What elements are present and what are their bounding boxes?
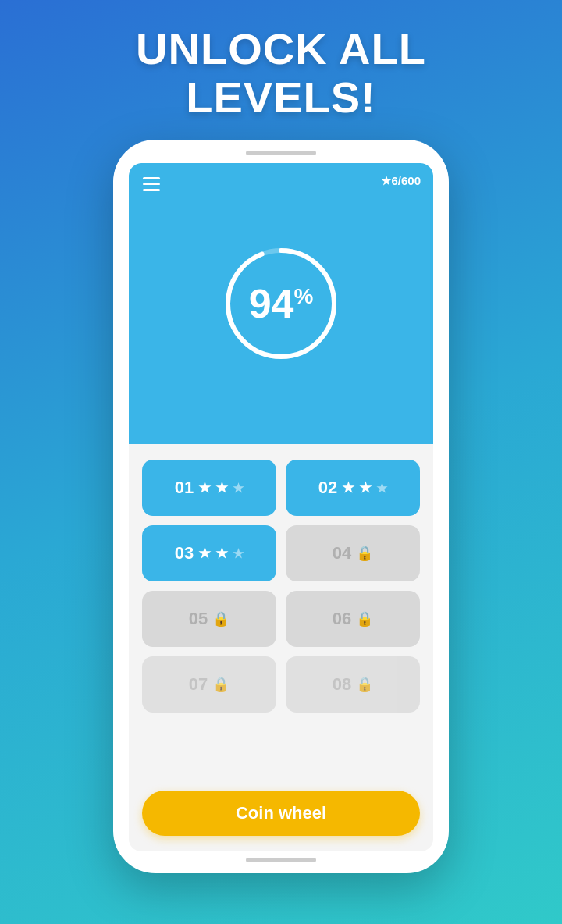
game-header: ★6/600 94% <box>129 163 433 444</box>
levels-row-1: 01 ★ ★ ★ 02 ★ ★ ★ <box>141 460 421 516</box>
menu-button[interactable] <box>143 177 160 191</box>
app-screen: ★6/600 94% 01 ★ <box>129 163 433 851</box>
level-num-08: 08 <box>333 674 351 695</box>
level-button-05[interactable]: 05 🔒 <box>142 591 276 647</box>
levels-row-3: 05 🔒 06 🔒 <box>141 591 421 647</box>
progress-value: 94 <box>249 281 294 326</box>
lock-icon-08: 🔒 <box>356 676 373 693</box>
level-button-03[interactable]: 03 ★ ★ ★ <box>142 525 276 581</box>
coin-wheel-button[interactable]: Coin wheel <box>142 791 420 836</box>
lock-icon-04: 🔒 <box>356 545 373 562</box>
phone-speaker-bottom <box>246 858 316 862</box>
star-counter: ★6/600 <box>381 174 421 188</box>
progress-circle: 94% <box>219 241 343 366</box>
phone-speaker-top <box>246 151 316 155</box>
coin-wheel-bar: Coin wheel <box>129 781 433 851</box>
menu-line-1 <box>143 177 160 179</box>
levels-row-4: 07 🔒 08 🔒 <box>141 656 421 713</box>
menu-line-3 <box>143 189 160 191</box>
progress-label: 94% <box>249 283 314 324</box>
lock-icon-07: 🔒 <box>212 676 229 693</box>
level-star-01-2: ★ <box>215 479 228 496</box>
level-num-06: 06 <box>333 609 351 629</box>
level-star-01-3: ★ <box>233 481 244 496</box>
levels-row-2: 03 ★ ★ ★ 04 🔒 <box>141 525 421 581</box>
progress-suffix: % <box>293 284 313 308</box>
level-button-01[interactable]: 01 ★ ★ ★ <box>142 460 276 516</box>
level-star-03-1: ★ <box>198 545 211 562</box>
headline-line2: LEVELS! <box>186 73 375 122</box>
level-button-07[interactable]: 07 🔒 <box>142 656 276 713</box>
level-button-04[interactable]: 04 🔒 <box>286 525 420 581</box>
headline-line1: UNLOCK ALL <box>136 24 426 73</box>
level-star-02-2: ★ <box>359 479 372 496</box>
level-num-07: 07 <box>189 674 208 695</box>
headline: UNLOCK ALL LEVELS! <box>136 25 426 121</box>
lock-icon-05: 🔒 <box>212 610 229 627</box>
menu-line-2 <box>143 183 160 186</box>
phone-shell: ★6/600 94% 01 ★ <box>113 140 449 873</box>
level-button-02[interactable]: 02 ★ ★ ★ <box>286 460 420 516</box>
levels-area: 01 ★ ★ ★ 02 ★ ★ ★ 03 ★ ★ ★ <box>129 444 433 781</box>
level-star-03-2: ★ <box>215 545 228 562</box>
level-button-06[interactable]: 06 🔒 <box>286 591 420 647</box>
level-num-01: 01 <box>175 478 194 498</box>
level-num-03: 03 <box>175 543 194 563</box>
lock-icon-06: 🔒 <box>356 610 373 627</box>
level-num-02: 02 <box>318 478 337 498</box>
level-star-03-3: ★ <box>233 546 244 561</box>
level-num-05: 05 <box>189 609 208 629</box>
level-star-02-3: ★ <box>376 481 387 496</box>
level-star-02-1: ★ <box>342 479 354 496</box>
level-button-08[interactable]: 08 🔒 <box>286 656 420 713</box>
star-counter-value: ★6/600 <box>381 174 421 188</box>
level-num-04: 04 <box>333 543 351 563</box>
level-star-01-1: ★ <box>198 479 211 496</box>
